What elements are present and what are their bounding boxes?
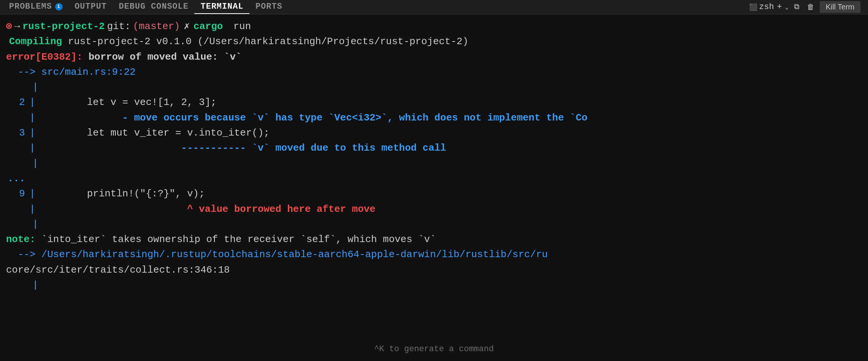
tab-problems-label: PROBLEMS [9, 2, 52, 11]
terminal-blank-3: | [6, 217, 862, 232]
terminal-blank-2: | [6, 156, 862, 171]
tab-bar: PROBLEMS 1 OUTPUT DEBUG CONSOLE TERMINAL… [0, 0, 868, 14]
terminal-line2-num: 2 | let v = vec![1, 2, 3]; [6, 95, 862, 110]
terminal-body[interactable]: ⊗ → rust-project-2 git: (master) ✗ cargo… [0, 14, 868, 361]
ellipsis-text: ... [6, 171, 25, 186]
error-code: error[E0382]: [6, 49, 83, 65]
compiling-detail: rust-project-2 v0.1.0 (/Users/harkiratsi… [68, 34, 468, 49]
terminal-line3-note: | ----------- `v` moved due to this meth… [6, 140, 862, 156]
terminal-arrow-src: --> src/main.rs:9:22 [6, 65, 862, 80]
line9-number: 9 [6, 186, 25, 201]
tab-output-label: OUTPUT [75, 2, 107, 11]
kill-term-button[interactable]: Kill Term [820, 1, 860, 13]
tab-problems[interactable]: PROBLEMS 1 [3, 0, 69, 14]
terminal-prompt-line: ⊗ → rust-project-2 git: (master) ✗ cargo… [6, 19, 862, 34]
line2-pipe: | [25, 95, 40, 110]
terminal-compiling-line: Compiling rust-project-2 v0.1.0 (/Users/… [6, 34, 862, 49]
tab-problems-badge: 1 [55, 3, 63, 11]
line9-pipe: | [25, 186, 40, 201]
terminal-line9-note: | ^ value borrowed here after move [6, 202, 862, 217]
terminal-run [225, 19, 231, 34]
note-text: `into_iter` takes ownership of the recei… [35, 232, 436, 247]
tab-ports-label: PORTS [255, 2, 282, 11]
line2-note-pipe: | [25, 110, 40, 125]
line9-note-pipe: | [25, 202, 40, 217]
terminal-blank-1: | [6, 80, 862, 95]
terminal-line2-note: | - move occurs because `v` has type `Ve… [6, 110, 862, 125]
tab-ports[interactable]: PORTS [249, 0, 288, 14]
line3-code: let mut v_iter = v.into_iter(); [40, 125, 270, 140]
line3-pipe: | [25, 125, 40, 140]
split-icon[interactable]: ⧉ [792, 1, 802, 13]
terminal-error-line: error[E0382]: borrow of moved value: `v` [6, 49, 862, 65]
line2-code: let v = vec![1, 2, 3]; [40, 95, 217, 110]
line3-note-text: ----------- `v` moved due to this method… [40, 140, 446, 156]
terminal-git-dirty: ✗ [184, 19, 190, 34]
terminal-git-branch: (master) [133, 19, 180, 34]
terminal-blank-4: | [6, 278, 862, 293]
line3-note-pipe: | [25, 140, 40, 156]
terminal-line3-num: 3 | let mut v_iter = v.into_iter(); [6, 125, 862, 140]
note-path2-text: core/src/iter/traits/collect.rs:346:18 [6, 262, 230, 278]
terminal-project: rust-project-2 [22, 19, 105, 34]
zsh-label: ⬛ zsh + ⌄ [749, 2, 788, 12]
prompt-arrow: → [14, 19, 20, 34]
terminal-ellipsis: ... [6, 171, 862, 186]
terminal-note-line: note: `into_iter` takes ownership of the… [6, 232, 862, 247]
terminal-note-arrow: --> /Users/harkiratsingh/.rustup/toolcha… [6, 247, 862, 262]
terminal-cargo: cargo [194, 19, 223, 34]
note-arrow-text: --> /Users/harkiratsingh/.rustup/toolcha… [6, 247, 548, 262]
trash-icon[interactable]: 🗑 [805, 1, 817, 13]
tab-terminal-label: TERMINAL [200, 2, 243, 11]
terminal-note-path2: core/src/iter/traits/collect.rs:346:18 [6, 262, 862, 278]
tab-debug-console[interactable]: DEBUG CONSOLE [113, 0, 195, 14]
terminal-line9-num: 9 | println!("{:?}", v); [6, 186, 862, 201]
compiling-label: Compiling [6, 34, 62, 49]
chevron-down-icon[interactable]: ⌄ [785, 3, 789, 11]
tab-output[interactable]: OUTPUT [69, 0, 113, 14]
terminal-run-cmd: run [233, 19, 251, 34]
line9-note-text: ^ value borrowed here after move [40, 202, 376, 217]
tab-bar-tabs: PROBLEMS 1 OUTPUT DEBUG CONSOLE TERMINAL… [3, 0, 288, 14]
tab-bar-right: ⬛ zsh + ⌄ ⧉ 🗑 Kill Term [749, 1, 865, 13]
line9-code: println!("{:?}", v); [40, 186, 205, 201]
error-msg: borrow of moved value: `v` [83, 49, 242, 65]
maximize-icon: ⬛ [749, 3, 757, 11]
bottom-hint-text: ^K to generate a command [374, 344, 494, 354]
tab-debug-console-label: DEBUG CONSOLE [119, 2, 189, 11]
compiling-text [62, 34, 68, 49]
line2-note-text: - move occurs because `v` has type `Vec<… [40, 110, 588, 125]
arrow-src-text: --> src/main.rs:9:22 [6, 65, 135, 80]
terminal-git-label: git: [107, 19, 131, 34]
plus-icon[interactable]: + [777, 2, 782, 12]
prompt-error-icon: ⊗ [6, 19, 12, 34]
tab-terminal[interactable]: TERMINAL [194, 0, 249, 14]
zsh-text: zsh [759, 2, 774, 12]
bottom-hint: ^K to generate a command [374, 343, 494, 356]
note-label: note: [6, 232, 35, 247]
line3-number: 3 [6, 125, 25, 140]
line2-number: 2 [6, 95, 25, 110]
